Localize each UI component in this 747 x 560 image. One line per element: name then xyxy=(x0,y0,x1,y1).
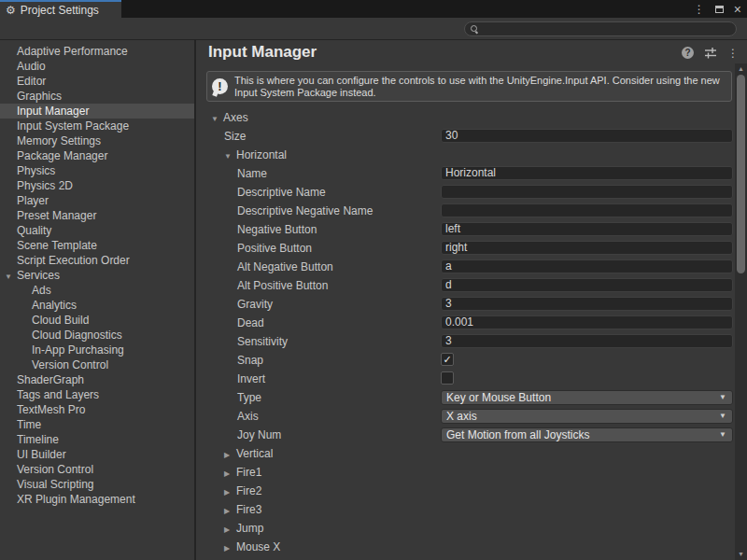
sidebar-item-player[interactable]: Player xyxy=(0,193,194,208)
descriptive-name-field[interactable] xyxy=(441,185,733,199)
name-field[interactable]: Horizontal xyxy=(441,166,733,180)
vertical-scrollbar[interactable]: ▲ ▼ xyxy=(735,63,747,560)
sidebar-item-input-manager[interactable]: Input Manager xyxy=(0,104,194,119)
sidebar-item-label: ShaderGraph xyxy=(17,373,84,386)
axis-dropdown[interactable]: X axis▼ xyxy=(441,409,733,424)
foldout-collapsed-icon[interactable]: ▶ xyxy=(224,521,236,539)
sidebar-item-editor[interactable]: Editor xyxy=(0,74,194,89)
invert-checkbox[interactable] xyxy=(441,371,454,385)
sidebar-item-version-control[interactable]: Version Control xyxy=(0,357,194,372)
row-sensitivity: Sensitivity3 xyxy=(198,332,735,351)
maximize-icon[interactable] xyxy=(715,6,724,13)
header-icons: ? ⋮ xyxy=(682,47,739,59)
foldout-collapsed-icon[interactable]: ▶ xyxy=(224,446,236,465)
scroll-down-icon[interactable]: ▼ xyxy=(735,550,747,559)
presets-icon[interactable] xyxy=(704,47,717,59)
sidebar-item-memory-settings[interactable]: Memory Settings xyxy=(0,133,194,148)
sidebar-item-shadergraph[interactable]: ShaderGraph xyxy=(0,372,194,387)
row-jump[interactable]: ▶Jump xyxy=(198,519,735,538)
close-icon[interactable]: × xyxy=(734,3,741,16)
foldout-collapsed-icon[interactable]: ▶ xyxy=(224,539,236,558)
gravity-field[interactable]: 3 xyxy=(441,297,733,311)
negative-button-field[interactable]: left xyxy=(441,222,733,236)
sidebar-item-version-control[interactable]: Version Control xyxy=(0,462,194,477)
sidebar-item-quality[interactable]: Quality xyxy=(0,223,194,238)
sidebar-item-label: Timeline xyxy=(17,433,59,446)
sidebar-item-preset-manager[interactable]: Preset Manager xyxy=(0,208,194,223)
help-icon[interactable]: ? xyxy=(682,47,694,59)
row-size: Size30 xyxy=(198,127,735,146)
sidebar-item-visual-scripting[interactable]: Visual Scripting xyxy=(0,477,194,492)
tab-project-settings[interactable]: ⚙ Project Settings xyxy=(0,0,121,18)
sidebar-item-label: Time xyxy=(17,418,41,431)
descriptive-negative-name-field[interactable] xyxy=(441,203,733,217)
alt-positive-button-field[interactable]: d xyxy=(441,278,733,292)
foldout-expanded-icon[interactable]: ▼ xyxy=(211,110,223,129)
scroll-up-icon[interactable]: ▲ xyxy=(735,64,747,74)
row-label: Axes xyxy=(223,111,248,124)
sidebar-item-textmesh-pro[interactable]: TextMesh Pro xyxy=(0,402,194,417)
positive-button-field[interactable]: right xyxy=(441,241,733,255)
foldout-collapsed-icon[interactable]: ▶ xyxy=(224,483,236,502)
sidebar-item-services[interactable]: ▼Services xyxy=(0,268,194,283)
row-label: Alt Positive Button xyxy=(237,279,328,292)
row-label: Joy Num xyxy=(237,428,281,441)
sidebar-item-ads[interactable]: Ads xyxy=(0,283,194,298)
row-axis: AxisX axis▼ xyxy=(198,407,735,426)
sidebar-item-script-execution-order[interactable]: Script Execution Order xyxy=(0,253,194,268)
row-label: Gravity xyxy=(237,298,273,311)
row-label: Dead xyxy=(237,316,264,329)
sidebar-item-package-manager[interactable]: Package Manager xyxy=(0,148,194,163)
row-mouse-x[interactable]: ▶Mouse X xyxy=(198,538,735,556)
sidebar-item-scene-template[interactable]: Scene Template xyxy=(0,238,194,253)
sidebar-item-analytics[interactable]: Analytics xyxy=(0,298,194,313)
row-label: Jump xyxy=(236,522,263,535)
sidebar-item-adaptive-performance[interactable]: Adaptive Performance xyxy=(0,44,194,59)
search-box[interactable] xyxy=(464,21,737,36)
row-fire1[interactable]: ▶Fire1 xyxy=(198,463,735,482)
sensitivity-field[interactable]: 3 xyxy=(441,334,733,348)
sidebar-item-time[interactable]: Time xyxy=(0,417,194,432)
foldout-expanded-icon[interactable]: ▼ xyxy=(0,270,17,285)
row-label: Horizontal xyxy=(236,148,287,161)
row-vertical[interactable]: ▶Vertical xyxy=(198,444,735,463)
window-menu-icon[interactable]: ⋮ xyxy=(694,4,705,15)
sidebar-item-input-system-package[interactable]: Input System Package xyxy=(0,119,194,133)
sidebar-item-physics-2d[interactable]: Physics 2D xyxy=(0,178,194,193)
row-axes[interactable]: ▼Axes xyxy=(198,108,735,127)
foldout-expanded-icon[interactable]: ▼ xyxy=(224,147,236,166)
row-label: Vertical xyxy=(236,447,273,460)
sidebar-item-timeline[interactable]: Timeline xyxy=(0,432,194,447)
joy-num-dropdown[interactable]: Get Motion from all Joysticks▼ xyxy=(441,427,733,442)
foldout-collapsed-icon[interactable]: ▶ xyxy=(224,465,236,483)
sidebar-item-label: Script Execution Order xyxy=(17,254,130,267)
row-fire3[interactable]: ▶Fire3 xyxy=(198,500,735,519)
sidebar-item-tags-and-layers[interactable]: Tags and Layers xyxy=(0,387,194,402)
sidebar-item-label: Version Control xyxy=(17,463,93,476)
row-label: Descriptive Name xyxy=(237,186,326,199)
search-input[interactable] xyxy=(483,23,736,35)
snap-checkbox[interactable]: ✓ xyxy=(441,353,454,366)
row-horizontal[interactable]: ▼Horizontal xyxy=(198,146,735,164)
dead-field[interactable]: 0.001 xyxy=(441,315,733,329)
alt-negative-button-field[interactable]: a xyxy=(441,259,733,273)
sidebar-item-graphics[interactable]: Graphics xyxy=(0,89,194,104)
context-menu-icon[interactable]: ⋮ xyxy=(727,48,739,59)
row-fire2[interactable]: ▶Fire2 xyxy=(198,482,735,500)
sidebar-item-in-app-purchasing[interactable]: In-App Purchasing xyxy=(0,343,194,357)
scrollbar-thumb[interactable] xyxy=(737,75,745,273)
row-snap: Snap✓ xyxy=(198,351,735,370)
foldout-collapsed-icon[interactable]: ▶ xyxy=(224,502,236,521)
type-dropdown[interactable]: Key or Mouse Button▼ xyxy=(441,390,733,405)
sidebar-item-cloud-diagnostics[interactable]: Cloud Diagnostics xyxy=(0,328,194,343)
dropdown-value: Get Motion from all Joysticks xyxy=(446,428,589,441)
sidebar-item-physics[interactable]: Physics xyxy=(0,163,194,178)
row-label: Fire1 xyxy=(236,466,261,479)
sidebar-item-label: XR Plugin Management xyxy=(17,493,135,506)
sidebar-item-xr-plugin-management[interactable]: XR Plugin Management xyxy=(0,492,194,507)
size-field[interactable]: 30 xyxy=(441,129,733,143)
sidebar-item-audio[interactable]: Audio xyxy=(0,59,194,74)
main-panel: Input Manager ? ⋮ ! This is where you ca… xyxy=(198,40,747,560)
sidebar-item-cloud-build[interactable]: Cloud Build xyxy=(0,313,194,328)
sidebar-item-ui-builder[interactable]: UI Builder xyxy=(0,447,194,462)
